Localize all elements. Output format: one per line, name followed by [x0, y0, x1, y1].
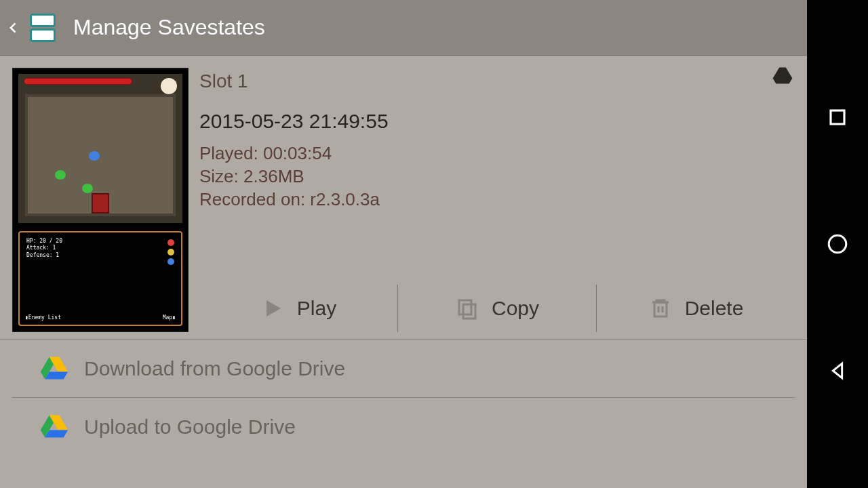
- android-navbar: [807, 0, 868, 488]
- size-label: Size: 2.36MB: [199, 165, 795, 188]
- savestate-actions: Play Copy Delete: [199, 285, 795, 332]
- header-bar: Manage Savestates: [0, 0, 807, 56]
- page-title: Manage Savestates: [73, 15, 265, 40]
- svg-rect-1: [463, 304, 475, 319]
- copy-button[interactable]: Copy: [397, 285, 596, 332]
- upload-drive-label: Upload to Google Drive: [84, 415, 296, 439]
- savestate-thumbnail: HP: 20 / 20 Attack: 1 Defense: 1 ▮Enemy …: [12, 68, 189, 332]
- google-drive-icon: [39, 355, 69, 382]
- delete-button[interactable]: Delete: [596, 285, 795, 332]
- back-nav-button[interactable]: [824, 357, 851, 384]
- savestate-item[interactable]: HP: 20 / 20 Attack: 1 Defense: 1 ▮Enemy …: [0, 56, 807, 340]
- download-drive-button[interactable]: Download from Google Drive: [12, 340, 795, 398]
- drive-sync-icon: [772, 66, 793, 85]
- svg-rect-3: [831, 110, 844, 124]
- back-button[interactable]: [7, 14, 20, 41]
- slot-label: Slot 1: [199, 70, 795, 92]
- recorded-label: Recorded on: r2.3.0.3a: [199, 188, 795, 211]
- copy-label: Copy: [492, 297, 539, 320]
- upload-drive-button[interactable]: Upload to Google Drive: [12, 398, 795, 456]
- play-label: Play: [297, 297, 336, 320]
- home-button[interactable]: [824, 230, 851, 258]
- thumb-enemy-label: ▮Enemy List: [25, 314, 61, 321]
- play-button[interactable]: Play: [199, 285, 397, 332]
- savestate-info: Slot 1 2015-05-23 21:49:55 Played: 00:03…: [189, 68, 795, 332]
- download-drive-label: Download from Google Drive: [84, 357, 345, 380]
- trash-icon: [648, 296, 673, 321]
- main-area: Manage Savestates HP: 20 / 20 Attack: 1 …: [0, 0, 807, 488]
- play-icon: [260, 296, 285, 321]
- svg-rect-0: [459, 300, 471, 314]
- played-label: Played: 00:03:54: [199, 142, 795, 165]
- thumb-stats: HP: 20 / 20 Attack: 1 Defense: 1: [26, 238, 62, 259]
- content-area: HP: 20 / 20 Attack: 1 Defense: 1 ▮Enemy …: [0, 56, 807, 488]
- savestate-meta: Played: 00:03:54 Size: 2.36MB Recorded o…: [199, 142, 795, 211]
- recent-apps-button[interactable]: [824, 104, 851, 131]
- svg-rect-2: [654, 302, 667, 317]
- delete-label: Delete: [685, 297, 744, 320]
- app-icon[interactable]: [26, 11, 60, 45]
- savestate-timestamp: 2015-05-23 21:49:55: [199, 110, 795, 133]
- google-drive-icon: [39, 413, 69, 441]
- svg-point-4: [829, 235, 846, 253]
- thumb-map-label: Map▮: [163, 314, 176, 321]
- copy-icon: [455, 296, 479, 321]
